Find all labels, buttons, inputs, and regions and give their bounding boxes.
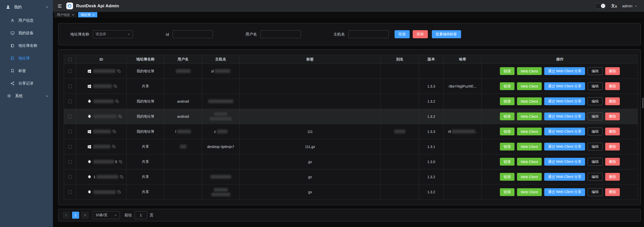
share-web-client-button[interactable]: 通过 Web Client 分享 [544, 143, 585, 150]
language-icon[interactable]: 文A [611, 4, 617, 8]
tab-close-icon[interactable]: ✕ [92, 13, 95, 16]
copy-icon[interactable] [118, 115, 122, 118]
link-button[interactable]: 链接 [500, 112, 514, 120]
copy-icon[interactable] [120, 175, 123, 179]
delete-button[interactable]: 删除 [605, 67, 620, 75]
web-client-button[interactable]: Web Client [517, 158, 542, 166]
prev-page-button[interactable] [62, 212, 70, 219]
page-size-select[interactable]: 10条/页 [93, 211, 120, 219]
sidebar-item-system[interactable]: 系统 [0, 90, 53, 102]
user-menu[interactable]: admin [622, 4, 637, 8]
delete-button[interactable]: 删除 [605, 112, 620, 120]
share-web-client-button[interactable]: 通过 Web Client 分享 [544, 173, 585, 181]
delete-button[interactable]: 删除 [605, 143, 620, 150]
link-button[interactable]: 链接 [500, 188, 514, 196]
row-checkbox[interactable] [68, 85, 72, 88]
share-web-client-button[interactable]: 通过 Web Client 分享 [544, 128, 585, 135]
cell-tags: gx [240, 169, 381, 184]
edit-button[interactable]: 编辑 [588, 158, 603, 166]
edit-button[interactable]: 编辑 [588, 67, 603, 75]
share-web-client-button[interactable]: 通过 Web Client 分享 [544, 158, 585, 166]
link-button[interactable]: 链接 [500, 128, 514, 135]
row-checkbox[interactable] [68, 130, 72, 133]
address-book-select[interactable]: 请选择 [93, 30, 133, 38]
share-web-client-button[interactable]: 通过 Web Client 分享 [544, 112, 585, 120]
link-button[interactable]: 链接 [500, 143, 514, 150]
web-client-button[interactable]: Web Client [517, 67, 542, 75]
cell-tags [240, 79, 381, 94]
delete-button[interactable]: 删除 [605, 173, 620, 181]
web-client-button[interactable]: Web Client [517, 97, 542, 105]
delete-button[interactable]: 删除 [605, 82, 620, 90]
share-web-client-button[interactable]: 通过 Web Client 分享 [544, 82, 585, 90]
row-checkbox[interactable] [68, 69, 72, 73]
share-web-client-button[interactable]: 通过 Web Client 分享 [544, 188, 585, 196]
sidebar-item-5[interactable]: 分享记录 [0, 77, 53, 90]
sidebar-item-3[interactable]: 地址簿 [0, 52, 53, 64]
sidebar-item-0[interactable]: 用户信息 [0, 14, 53, 27]
row-checkbox[interactable] [68, 145, 72, 148]
tab-0[interactable]: 用户信息✕ [54, 12, 77, 17]
table-row-4: 我的地址簿lz1111.3.3rtl.链接Web Client通过 Web Cl… [64, 124, 637, 139]
edit-button[interactable]: 编辑 [588, 188, 603, 196]
copy-icon[interactable] [117, 190, 121, 194]
collapse-menu-icon[interactable] [57, 4, 63, 9]
page-number-button[interactable]: 1 [72, 212, 79, 219]
sidebar-item-4[interactable]: 标签 [0, 64, 53, 77]
delete-button[interactable]: 删除 [605, 128, 620, 135]
link-button[interactable]: 链接 [500, 82, 514, 90]
sidebar-item-1[interactable]: 我的设备 [0, 27, 53, 39]
copy-icon[interactable] [115, 100, 119, 103]
dark-mode-toggle[interactable]: ☾ [595, 3, 606, 9]
row-checkbox[interactable] [68, 115, 72, 118]
copy-icon[interactable] [114, 85, 117, 88]
search-button[interactable]: 筛选 [395, 30, 410, 38]
share-web-client-button[interactable]: 通过 Web Client 分享 [544, 97, 585, 105]
link-button[interactable]: 链接 [500, 97, 514, 105]
edit-button[interactable]: 编辑 [588, 112, 603, 120]
row-checkbox[interactable] [68, 175, 72, 179]
delete-button[interactable]: 删除 [605, 158, 620, 166]
copy-icon[interactable] [112, 145, 116, 148]
web-client-button[interactable]: Web Client [517, 82, 542, 90]
cell-hostname [202, 109, 240, 124]
share-web-client-button[interactable]: 通过 Web Client 分享 [544, 67, 585, 75]
copy-icon[interactable] [113, 130, 116, 133]
next-page-button[interactable] [81, 212, 89, 219]
web-client-button[interactable]: Web Client [517, 188, 542, 196]
row-checkbox[interactable] [68, 190, 72, 194]
delete-button[interactable]: 删除 [605, 97, 620, 105]
tab-close-icon[interactable]: ✕ [72, 13, 74, 16]
web-client-button[interactable]: Web Client [517, 143, 542, 150]
edit-button[interactable]: 编辑 [588, 97, 603, 105]
select-all-checkbox[interactable] [68, 58, 72, 61]
sidebar-item-2[interactable]: 地址簿名称 [0, 39, 53, 52]
sidebar-group-mine[interactable]: 我的 [0, 0, 53, 14]
edit-button[interactable]: 编辑 [588, 143, 603, 150]
hostname-input[interactable] [348, 30, 389, 38]
username-input[interactable] [261, 30, 301, 38]
web-client-button[interactable]: Web Client [517, 112, 542, 120]
delete-button[interactable]: 删除 [605, 188, 620, 196]
goto-page-input[interactable] [135, 211, 147, 219]
web-client-button[interactable]: Web Client [517, 128, 542, 135]
edit-button[interactable]: 编辑 [588, 173, 603, 181]
scrollbar-thumb[interactable] [642, 98, 643, 108]
link-button[interactable]: 链接 [500, 158, 514, 166]
add-button[interactable]: 添加 [413, 30, 428, 38]
windows-os-icon [87, 69, 91, 73]
link-button[interactable]: 链接 [500, 67, 514, 75]
copy-icon[interactable] [117, 69, 121, 73]
cell-checkbox [64, 124, 76, 139]
batch-edit-tags-button[interactable]: 批量编辑标签 [432, 30, 461, 38]
id-input[interactable] [173, 30, 213, 38]
copy-icon[interactable] [119, 160, 122, 164]
cell-content [93, 84, 112, 88]
row-checkbox[interactable] [68, 160, 72, 164]
edit-button[interactable]: 编辑 [588, 128, 603, 135]
web-client-button[interactable]: Web Client [517, 173, 542, 181]
row-checkbox[interactable] [68, 100, 72, 103]
edit-button[interactable]: 编辑 [588, 82, 603, 90]
tab-1[interactable]: 地址簿✕ [78, 12, 97, 17]
link-button[interactable]: 链接 [500, 173, 514, 181]
